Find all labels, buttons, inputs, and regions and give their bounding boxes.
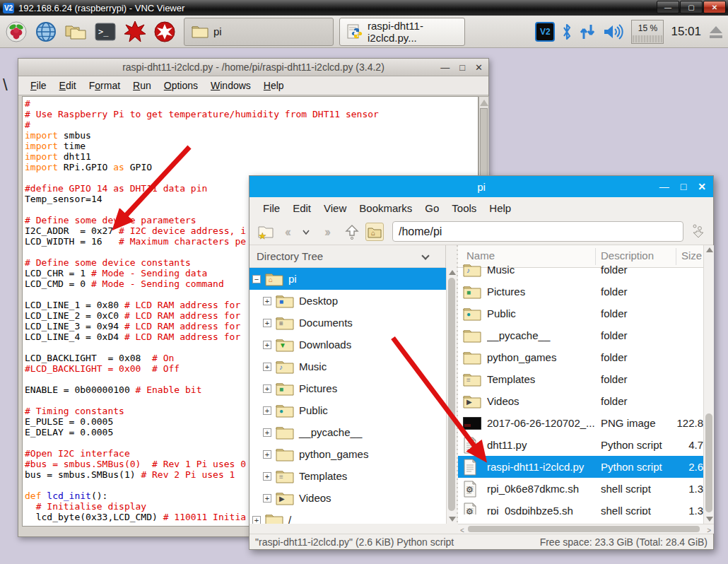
- up-directory-icon[interactable]: [343, 223, 361, 241]
- scrollbar-thumb[interactable]: [468, 526, 700, 532]
- cpu-monitor[interactable]: 15 %: [631, 20, 664, 44]
- scroll-down-icon[interactable]: [449, 517, 456, 522]
- home-button[interactable]: ⌂: [365, 223, 384, 241]
- expand-icon[interactable]: +: [263, 341, 271, 349]
- expand-icon[interactable]: +: [263, 297, 271, 305]
- idle-close-button[interactable]: ✕: [475, 62, 483, 73]
- idle-minimize-button[interactable]: —: [440, 62, 450, 73]
- fm-titlebar[interactable]: pi — □ ✕: [249, 176, 713, 197]
- taskbar-task-editor[interactable]: raspi-dht11-i2clcd.py...: [339, 18, 465, 46]
- menu-edit[interactable]: Edit: [53, 78, 83, 93]
- tree-item-desktop[interactable]: + ■Desktop: [249, 290, 446, 312]
- back-history-dropdown-icon[interactable]: [300, 223, 312, 241]
- tree-item-music[interactable]: + ♪Music: [249, 356, 446, 377]
- taskbar-task-pi[interactable]: pi: [184, 18, 334, 46]
- tree-scrollbar[interactable]: [446, 268, 457, 524]
- file-row-templates[interactable]: ≡Templatesfolder: [458, 368, 703, 390]
- menu-help[interactable]: Help: [257, 78, 290, 93]
- menu-options[interactable]: Options: [158, 78, 204, 93]
- file-description: shell script: [601, 505, 651, 515]
- scroll-up-icon[interactable]: [449, 270, 456, 275]
- clock[interactable]: 15:01: [671, 25, 701, 39]
- fm-close-button[interactable]: ✕: [698, 181, 706, 192]
- vnc-close-button[interactable]: ✕: [703, 1, 726, 13]
- expand-icon[interactable]: +: [263, 406, 271, 415]
- menu-edit[interactable]: Edit: [286, 199, 317, 217]
- menu-view[interactable]: View: [317, 199, 353, 217]
- vnc-minimize-button[interactable]: —: [657, 1, 679, 13]
- sidepane-mode-selector[interactable]: Directory Tree: [249, 245, 445, 268]
- expand-icon[interactable]: +: [252, 516, 261, 524]
- menu-help[interactable]: Help: [483, 199, 517, 217]
- menu-raspberry-icon[interactable]: [3, 18, 30, 45]
- menu-bookmarks[interactable]: Bookmarks: [353, 199, 418, 217]
- menu-file[interactable]: File: [24, 78, 53, 93]
- fm-maximize-button[interactable]: □: [681, 181, 686, 192]
- file-row-2017-06-26-120702-[interactable]: 2017-06-26-120702_...PNG image122.8: [458, 412, 703, 434]
- new-tab-icon[interactable]: ★: [257, 223, 275, 241]
- file-list-scrollbar[interactable]: [703, 245, 714, 524]
- forward-button-icon[interactable]: ››: [317, 223, 336, 241]
- expand-icon[interactable]: +: [263, 319, 271, 327]
- eject-icon[interactable]: [708, 25, 724, 39]
- file-row--pycache-[interactable]: __pycache__folder: [458, 324, 703, 346]
- scroll-up-icon[interactable]: [480, 98, 488, 106]
- file-row-python-games[interactable]: python_gamesfolder: [458, 346, 703, 368]
- expand-icon[interactable]: +: [263, 428, 271, 437]
- expand-icon[interactable]: +: [263, 472, 271, 481]
- tree-item-label: /: [288, 514, 291, 524]
- scroll-up-icon[interactable]: [706, 247, 713, 252]
- idle-titlebar[interactable]: raspi-dht11-i2clcd.py - /home/pi/raspi-d…: [18, 59, 488, 76]
- tree-item--[interactable]: + /: [249, 509, 446, 524]
- expand-icon[interactable]: +: [263, 384, 271, 393]
- mathematica-spikey-icon[interactable]: [122, 18, 148, 45]
- file-description: shell script: [601, 483, 651, 495]
- collapse-icon[interactable]: −: [252, 275, 261, 283]
- file-row-rpi-0sdpjhbze5-sh[interactable]: ⚙rpi_0sdpjhbze5.shshell script1.3: [458, 500, 703, 515]
- expand-icon[interactable]: +: [263, 363, 271, 371]
- doc-shell-icon: ⚙: [463, 503, 477, 515]
- file-row-pictures[interactable]: ■Picturesfolder: [458, 281, 703, 302]
- tree-item-videos[interactable]: + ▶Videos: [249, 487, 446, 509]
- file-row-music[interactable]: ♪Musicfolder: [458, 259, 703, 281]
- tree-item-pi[interactable]: − ⌂pi: [249, 268, 446, 290]
- scrollbar-thumb[interactable]: [705, 413, 712, 512]
- scroll-down-icon[interactable]: [706, 517, 713, 522]
- tree-item-public[interactable]: + ●Public: [249, 399, 446, 421]
- file-manager-icon[interactable]: [62, 18, 89, 45]
- tree-item--pycache-[interactable]: + __pycache__: [249, 421, 446, 443]
- updown-arrows-icon[interactable]: [579, 23, 596, 40]
- menu-go[interactable]: Go: [418, 199, 445, 217]
- file-row-public[interactable]: ●Publicfolder: [458, 302, 703, 324]
- tree-item-templates[interactable]: + ≡Templates: [249, 465, 446, 487]
- terminal-icon[interactable]: >_: [92, 18, 119, 45]
- fm-minimize-button[interactable]: —: [659, 181, 669, 192]
- tree-item-documents[interactable]: + ≡Documents: [249, 312, 446, 334]
- tree-item-python-games[interactable]: + python_games: [249, 443, 446, 465]
- scrollbar-thumb[interactable]: [448, 278, 455, 511]
- volume-icon[interactable]: [603, 23, 624, 40]
- menu-tools[interactable]: Tools: [445, 199, 483, 217]
- tree-item-pictures[interactable]: + ■Pictures: [249, 377, 446, 399]
- path-input[interactable]: [392, 221, 683, 242]
- menu-file[interactable]: File: [257, 199, 286, 217]
- menu-windows[interactable]: Windows: [204, 78, 257, 93]
- file-row-videos[interactable]: ▶Videosfolder: [458, 390, 703, 412]
- go-jump-icon[interactable]: [689, 223, 708, 241]
- wolfram-icon[interactable]: [151, 18, 178, 45]
- tree-item-downloads[interactable]: + ▼Downloads: [249, 334, 446, 356]
- horizontal-scrollbar[interactable]: < >: [458, 524, 714, 534]
- file-row-dht11-py[interactable]: dht11.pyPython script4.7: [458, 434, 703, 456]
- vnc-tray-icon[interactable]: V2: [535, 22, 555, 42]
- menu-run[interactable]: Run: [127, 78, 158, 93]
- vnc-maximize-button[interactable]: ▢: [680, 1, 703, 13]
- idle-maximize-button[interactable]: □: [459, 62, 465, 73]
- expand-icon[interactable]: +: [263, 450, 271, 459]
- file-row-rpi-0k6e87dkmc-sh[interactable]: ⚙rpi_0k6e87dkmc.shshell script1.3: [458, 478, 703, 500]
- back-button-icon[interactable]: ‹‹: [278, 223, 296, 241]
- menu-format[interactable]: Format: [83, 78, 127, 93]
- browser-globe-icon[interactable]: [33, 18, 59, 45]
- bluetooth-icon[interactable]: [562, 23, 572, 40]
- file-row-raspi-dht11-i2clcd-py[interactable]: raspi-dht11-i2clcd.pyPython script2.6: [458, 456, 703, 478]
- expand-icon[interactable]: +: [263, 494, 271, 503]
